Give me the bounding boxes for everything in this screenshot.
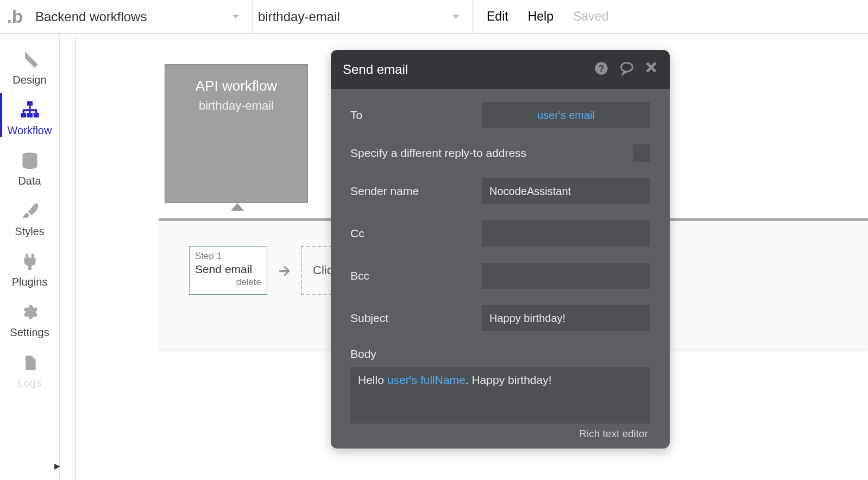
help-icon[interactable]: ? — [594, 61, 609, 78]
svg-point-7 — [621, 63, 633, 72]
canvas-margin-line — [75, 34, 76, 480]
replyto-label: Specify a different reply-to address — [350, 147, 633, 160]
sidebar-item-plugins[interactable]: Plugins — [0, 245, 59, 296]
to-label: To — [350, 109, 482, 122]
subject-value: Happy birthday! — [489, 312, 565, 325]
sidebar-label: Workflow — [8, 124, 52, 137]
to-dynamic-value: user's email — [537, 109, 595, 122]
card-subtitle: birthday-email — [199, 99, 274, 113]
design-icon — [19, 49, 41, 71]
menu-edit[interactable]: Edit — [487, 9, 508, 24]
add-step-label: Clic — [313, 263, 333, 277]
api-workflow-card[interactable]: API workflow birthday-email — [165, 64, 308, 203]
workflow-icon — [19, 99, 41, 121]
svg-rect-2 — [27, 113, 33, 117]
body-text-prefix: Hello — [358, 374, 387, 386]
arrow-right-icon — [277, 263, 291, 277]
page-selector-label: Backend workflows — [35, 9, 147, 24]
chevron-down-icon — [231, 14, 240, 20]
card-pointer-icon — [231, 203, 244, 211]
sidebar-item-logs[interactable]: Logs — [0, 346, 59, 389]
step-delete-button[interactable]: delete — [195, 277, 261, 288]
subject-field[interactable]: Happy birthday! — [482, 305, 650, 331]
workflow-selector-label: birthday-email — [258, 9, 340, 24]
sidebar-item-data[interactable]: Data — [0, 144, 59, 195]
sidebar-label: Settings — [10, 326, 49, 339]
app-logo: .b — [0, 0, 30, 33]
subject-label: Subject — [350, 312, 482, 325]
sidebar-item-styles[interactable]: Styles — [0, 195, 59, 245]
panel-title: Send email — [343, 62, 408, 77]
workflow-selector[interactable]: birthday-email — [253, 0, 473, 33]
comment-icon[interactable] — [619, 61, 635, 78]
sender-label: Sender name — [350, 185, 482, 198]
bcc-field[interactable] — [482, 263, 650, 289]
cc-field[interactable] — [482, 220, 650, 247]
sidebar-item-design[interactable]: Design — [0, 43, 59, 94]
action-properties-panel: Send email ? To user's — [331, 50, 670, 449]
document-icon — [19, 352, 41, 374]
svg-text:?: ? — [599, 64, 604, 73]
svg-rect-0 — [27, 101, 33, 105]
top-bar: .b Backend workflows birthday-email Edit… — [0, 0, 868, 34]
sidebar-label: Data — [18, 175, 41, 187]
sender-field[interactable]: NocodeAssistant — [482, 178, 650, 204]
close-icon[interactable] — [645, 61, 658, 78]
sender-value: NocodeAssistant — [489, 185, 571, 198]
database-icon — [19, 150, 41, 172]
cc-label: Cc — [350, 227, 482, 240]
step-number: Step 1 — [195, 251, 261, 262]
body-label: Body — [350, 348, 650, 361]
rich-text-editor-link[interactable]: Rich text editor — [350, 424, 650, 443]
plug-icon — [19, 251, 41, 273]
sidebar-item-settings[interactable]: Settings — [0, 296, 59, 346]
sidebar-label: Styles — [15, 225, 44, 238]
sidebar-label: Logs — [18, 377, 41, 389]
body-text-suffix: . Happy birthday! — [466, 374, 552, 386]
svg-rect-1 — [21, 113, 26, 117]
step-title: Send email — [195, 263, 261, 276]
chevron-down-icon — [451, 14, 460, 20]
sidebar: Design Workflow Data Styles Plugins — [0, 34, 60, 480]
step-card-1[interactable]: Step 1 Send email delete — [189, 246, 267, 295]
sidebar-label: Plugins — [12, 276, 48, 288]
body-field[interactable]: Hello user's fullName. Happy birthday! — [350, 367, 650, 424]
panel-header: Send email ? — [331, 50, 670, 89]
gear-icon — [19, 301, 41, 323]
replyto-checkbox[interactable] — [633, 144, 650, 162]
sidebar-item-workflow[interactable]: Workflow — [0, 94, 59, 144]
to-field[interactable]: user's email — [482, 102, 650, 128]
top-menu: Edit Help Saved — [473, 0, 608, 33]
body-dynamic-value: user's fullName — [387, 374, 466, 386]
brush-icon — [19, 200, 41, 222]
page-selector[interactable]: Backend workflows — [30, 0, 253, 33]
menu-help[interactable]: Help — [528, 9, 553, 24]
bcc-label: Bcc — [350, 269, 482, 282]
svg-rect-3 — [33, 113, 39, 117]
card-title: API workflow — [196, 78, 277, 94]
workflow-canvas: API workflow birthday-email Step 1 Send … — [60, 34, 868, 480]
sidebar-label: Design — [12, 74, 46, 86]
save-status: Saved — [573, 9, 608, 24]
